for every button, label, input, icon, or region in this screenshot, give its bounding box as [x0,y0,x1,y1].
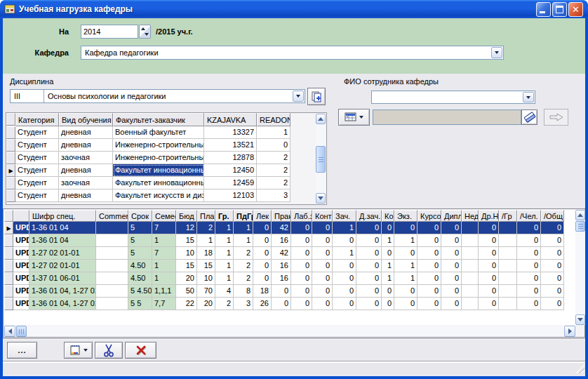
add-discipline-button[interactable] [307,88,326,105]
grid-cell[interactable]: 0 [253,247,272,260]
grid-cell[interactable]: заочная [59,177,113,190]
grid-cell[interactable]: 0 [253,260,272,272]
grid-cell[interactable] [96,247,128,260]
grid-cell[interactable]: 0 [517,272,541,285]
grid-cell[interactable]: Факультет инновационны [113,164,204,177]
grid-cell[interactable]: 0 [417,260,441,272]
grid-cell[interactable] [499,298,517,310]
grid-cell[interactable]: 0 [541,285,564,298]
grid-cell[interactable]: 20 [176,272,197,285]
grid-cell[interactable]: 1 [394,234,417,247]
grid-cell[interactable]: UPD [13,285,29,298]
grid-cell[interactable]: заочная [59,152,113,164]
grid-cell[interactable]: 1,1,1 [152,285,176,298]
grid-cell[interactable]: 0 [333,298,356,310]
grid-cell[interactable]: 7,7 [152,298,176,310]
year-spin-buttons[interactable] [139,25,151,39]
grid-cell[interactable]: 1-36 01 04, 1-27 02 [29,298,96,310]
grid-cell[interactable] [96,298,128,310]
grid-cell[interactable] [462,260,479,272]
table-row[interactable]: UPD1-36 01 04, 1-27 025 57,7222023260000… [4,298,575,310]
grid-cell[interactable] [499,272,517,285]
grid-cell[interactable]: 15 [176,234,197,247]
grid-cell[interactable]: 2 [257,164,290,177]
grid-cell[interactable]: 0 [479,247,499,260]
grid-cell[interactable]: UPD [13,234,29,247]
grid-cell[interactable]: Студент [15,164,59,177]
grid-cell[interactable]: 2 [257,152,290,164]
discipline-dropdown-button[interactable] [293,91,304,102]
grid-cell[interactable]: 0 [441,285,462,298]
grid-cell[interactable]: 1 [152,260,176,272]
grid-cell[interactable] [462,222,479,234]
grid-cell[interactable]: 0 [517,285,541,298]
grid-cell[interactable]: 1-27 02 01-01 [29,260,96,272]
grid-cell[interactable]: 0 [417,272,441,285]
grid-cell[interactable]: Студент [15,177,59,190]
grid-cell[interactable]: 1 [382,272,394,285]
grid-cell[interactable] [462,234,479,247]
department-combobox[interactable]: Кафедра педагогики [81,46,504,60]
scroll-thumb[interactable] [16,326,27,337]
grid-cell[interactable]: 1 [215,260,234,272]
grid-cell[interactable]: Студент [15,152,59,164]
grid-cell[interactable]: 13327 [204,126,257,139]
titlebar[interactable]: Учебная нагрузка кафедры ✕ [0,0,588,18]
grid-cell[interactable]: 0 [394,222,417,234]
table-row[interactable]: СтудентзаочнаяФакультет инновационны1245… [6,177,326,190]
faculty-grid-scrollbar[interactable] [316,114,326,204]
grid-cell[interactable]: 1 [382,234,394,247]
grid-cell[interactable]: UPD [13,247,29,260]
scroll-down-button[interactable] [316,193,326,204]
grid-cell[interactable]: 0 [517,298,541,310]
grid-cell[interactable] [96,222,128,234]
grid-cell[interactable]: 2 [234,247,253,260]
grid-cell[interactable]: 4 [215,285,234,298]
grid-cell[interactable]: 1 [234,234,253,247]
grid-cell[interactable]: 4.50 [128,260,152,272]
table-row[interactable]: UPD1-27 02 01-015710181204200100000000 [4,247,575,260]
employee-dropdown-button[interactable] [523,92,534,102]
grid-cell[interactable]: 0 [479,272,499,285]
grid-cell[interactable]: Инженерно-строительный [113,152,204,164]
grid-cell[interactable] [499,285,517,298]
grid-cell[interactable] [96,260,128,272]
grid-cell[interactable]: 0 [394,285,417,298]
grid-cell[interactable]: 12450 [204,164,257,177]
table-row[interactable]: UPD1-37 01 06-014.5012010120160000110000… [4,272,575,285]
grid-cell[interactable]: 0 [417,285,441,298]
grid-cell[interactable]: 1 [394,272,417,285]
grid-cell[interactable] [96,272,128,285]
grid-cell[interactable]: 0 [541,298,564,310]
table-row[interactable]: СтудентдневнаяИнженерно-строительный1352… [6,139,326,152]
scroll-thumb[interactable] [575,221,585,232]
grid-cell[interactable]: 0 [479,285,499,298]
grid-cell[interactable]: 0 [441,298,462,310]
grid-cell[interactable]: 12 [176,222,197,234]
grid-cell[interactable]: 0 [541,272,564,285]
grid-cell[interactable]: 0 [333,260,356,272]
grid-cell[interactable]: 2 [215,298,234,310]
grid-cell[interactable]: 18 [253,285,272,298]
grid-cell[interactable]: 3 [257,190,290,202]
grid-cell[interactable]: 0 [541,234,564,247]
grid-cell[interactable]: 20 [197,298,215,310]
grid-cell[interactable]: 0 [312,247,333,260]
grid-cell[interactable] [96,234,128,247]
grid-cell[interactable]: 0 [356,260,382,272]
grid-cell[interactable]: Военный факультет [113,126,204,139]
grid-cell[interactable]: 5 5 [128,298,152,310]
clear-button[interactable] [521,109,537,125]
grid-cell[interactable]: 0 [312,298,333,310]
grid-cell[interactable]: 8 [234,285,253,298]
cut-button[interactable] [95,342,123,359]
grid-cell[interactable]: 0 [517,247,541,260]
grid-cell[interactable]: 0 [253,234,272,247]
grid-cell[interactable] [462,298,479,310]
grid-cell[interactable]: 1-27 02 01-01 [29,247,96,260]
grid-cell[interactable]: 1 [215,222,234,234]
grid-cell[interactable]: Студент [15,126,59,139]
grid-cell[interactable]: 16 [272,272,291,285]
grid-cell[interactable]: 50 [176,285,197,298]
grid-cell[interactable]: 0 [517,222,541,234]
